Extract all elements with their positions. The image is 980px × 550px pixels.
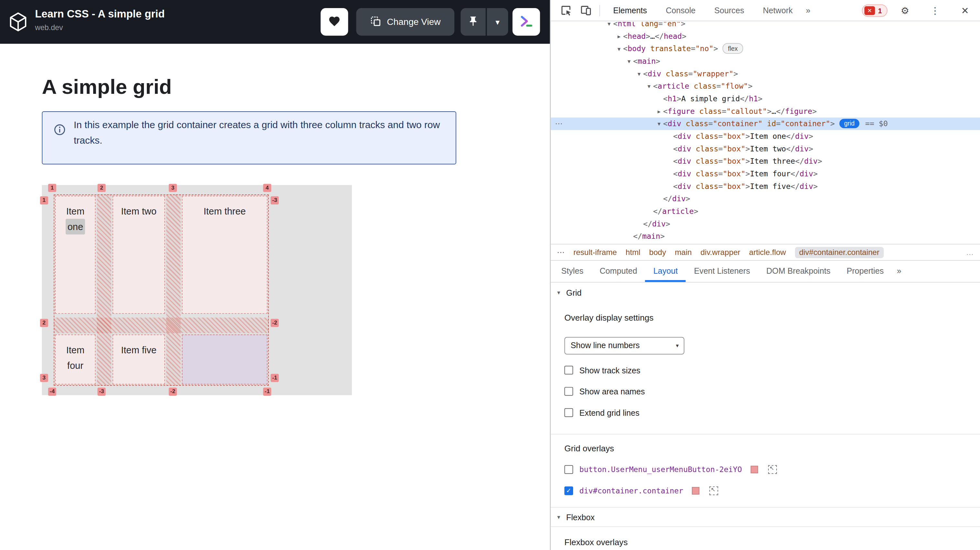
dom-tree: ▼<html lang="en">▶<head>…</head>▼<body t…: [550, 22, 980, 244]
dom-tree-row[interactable]: ▶<figure class="callout">…</figure>: [550, 105, 980, 118]
tree-expander-icon[interactable]: ▼: [635, 68, 643, 81]
dom-tree-row[interactable]: ▼<main>: [550, 55, 980, 68]
layout-pane: ▼ Grid Overlay display settings Show lin…: [550, 283, 980, 550]
grid-item-three: Item three: [182, 196, 267, 314]
grid-overlays-label: Grid overlays: [565, 444, 971, 453]
line-numbers-select[interactable]: Show line numbers ▾: [565, 337, 684, 355]
setting-show-track-sizes[interactable]: Show track sizes: [565, 364, 971, 376]
more-sidebar-tabs-icon[interactable]: »: [892, 261, 906, 282]
breadcrumb-item[interactable]: main: [675, 248, 692, 257]
sidebar-tab-properties[interactable]: Properties: [838, 261, 892, 282]
close-icon[interactable]: ✕: [957, 3, 972, 18]
dom-tree-row[interactable]: <div class="box">Item one</div>: [550, 130, 980, 143]
devtools-tab-network[interactable]: Network: [754, 0, 802, 21]
like-button[interactable]: [321, 8, 348, 36]
breadcrumb-item[interactable]: body: [649, 248, 666, 257]
dom-tree-row[interactable]: </div>: [550, 193, 980, 205]
breadcrumb-item[interactable]: html: [625, 248, 640, 257]
change-view-label: Change View: [387, 17, 441, 27]
dom-tree-row[interactable]: ▼<div class="wrapper">: [550, 68, 980, 80]
tree-expander-icon[interactable]: ▼: [615, 43, 623, 56]
gear-icon[interactable]: ⚙: [897, 3, 912, 18]
tree-expander-icon[interactable]: ▼: [655, 118, 663, 131]
devtools-tab-sources[interactable]: Sources: [705, 0, 754, 21]
dom-tree-row[interactable]: <div class="box">Item three</div>: [550, 155, 980, 167]
breadcrumb-item[interactable]: article.flow: [749, 248, 786, 257]
overlay-color-swatch[interactable]: [692, 487, 699, 494]
breadcrumb-item[interactable]: div.wrapper: [700, 248, 740, 257]
grid-item-five: Item five: [113, 335, 165, 385]
grid-overlay-row[interactable]: ✓div#container.container↖: [565, 485, 971, 497]
dom-tree-row[interactable]: <h1>A simple grid</h1>: [550, 92, 980, 105]
triangle-down-icon: ▼: [556, 290, 561, 295]
select-value: Show line numbers: [571, 341, 640, 350]
grid-gap-hatch: [97, 194, 111, 386]
checkbox[interactable]: ✓: [565, 486, 573, 495]
tree-expander-icon[interactable]: ▶: [615, 31, 623, 43]
more-panels-icon[interactable]: »: [802, 5, 814, 15]
dom-tree-row[interactable]: ▼<body translate="no">flex: [550, 42, 980, 55]
tree-expander-icon[interactable]: ▶: [655, 106, 663, 118]
checkbox[interactable]: [565, 465, 573, 474]
breadcrumb-item[interactable]: div#container.container: [795, 247, 884, 258]
tree-expander-icon[interactable]: ▼: [625, 56, 633, 68]
device-toolbar-icon[interactable]: [578, 3, 593, 18]
grid-line-number: -3: [97, 387, 105, 396]
grid-empty-cell: [182, 335, 267, 385]
dom-tree-row[interactable]: <div class="box">Item four</div>: [550, 167, 980, 180]
dom-tree-row[interactable]: </div>: [550, 217, 980, 230]
grid-line-number: 4: [263, 184, 271, 192]
flexbox-section-header[interactable]: ▼ Flexbox: [550, 508, 980, 526]
heart-icon: [328, 14, 341, 29]
pin-button[interactable]: [461, 8, 485, 36]
dom-tree-row[interactable]: ⋯▼<div class="container" id="container">…: [550, 118, 980, 130]
checkbox[interactable]: [565, 408, 573, 417]
grid-overlay-row[interactable]: button.UserMenu_userMenuButton-2eiYO↖: [565, 463, 971, 476]
dom-tree-row[interactable]: </main>: [550, 230, 980, 243]
inspect-icon[interactable]: [558, 3, 573, 18]
setting-extend-grid-lines[interactable]: Extend grid lines: [565, 407, 971, 419]
devtools-tab-elements[interactable]: Elements: [604, 0, 657, 21]
change-view-button[interactable]: Change View: [356, 8, 454, 36]
breadcrumb-overflow-icon[interactable]: ⋯: [557, 247, 565, 257]
chevron-down-icon: ▾: [495, 17, 500, 27]
setting-show-area-names[interactable]: Show area names: [565, 385, 971, 398]
kebab-menu-icon[interactable]: ⋮: [928, 3, 942, 18]
sidebar-tab-event-listeners[interactable]: Event Listeners: [686, 261, 758, 282]
checkbox[interactable]: [565, 365, 573, 374]
devtools-toolbar: ElementsConsoleSourcesNetwork » ✕ 1 ⚙ ⋮ …: [550, 0, 980, 21]
pin-dropdown-button[interactable]: ▾: [487, 8, 508, 36]
dom-tree-row[interactable]: </article>: [550, 205, 980, 218]
devtools-tab-console[interactable]: Console: [656, 0, 705, 21]
show-element-icon[interactable]: ↖: [768, 465, 777, 474]
tree-expander-icon[interactable]: ▼: [605, 22, 613, 31]
grid-line-number: -3: [271, 196, 279, 204]
sidebar-tab-dom-breakpoints[interactable]: DOM Breakpoints: [758, 261, 838, 282]
tree-expander-icon[interactable]: ▼: [645, 81, 653, 93]
breadcrumb-more-icon[interactable]: …: [966, 248, 974, 257]
show-element-icon[interactable]: ↖: [710, 486, 718, 495]
sidebar-tab-styles[interactable]: Styles: [553, 261, 592, 282]
breadcrumb-item[interactable]: result-iframe: [573, 248, 617, 257]
flex-badge[interactable]: flex: [722, 43, 743, 54]
change-view-icon: [370, 15, 381, 29]
sidebar-tab-computed[interactable]: Computed: [592, 261, 645, 282]
dom-tree-row[interactable]: ▶<head>…</head>: [550, 30, 980, 43]
grid-section-header[interactable]: ▼ Grid: [550, 283, 980, 302]
error-badge[interactable]: ✕ 1: [862, 4, 888, 17]
row-actions-icon[interactable]: ⋯: [555, 118, 563, 130]
dom-tree-row[interactable]: ▼<html lang="en">: [550, 22, 980, 30]
dom-tree-row[interactable]: <div class="box">Item five</div>: [550, 180, 980, 193]
webdev-logo-icon[interactable]: [8, 11, 29, 33]
overlay-color-swatch[interactable]: [751, 466, 758, 473]
devtools-panel: ElementsConsoleSourcesNetwork » ✕ 1 ⚙ ⋮ …: [550, 0, 980, 550]
dom-tree-row[interactable]: <div class="box">Item two</div>: [550, 143, 980, 155]
grid-section-label: Grid: [566, 288, 582, 297]
grid-badge[interactable]: grid: [839, 119, 860, 128]
divider: [550, 434, 980, 435]
checkbox[interactable]: [565, 387, 573, 396]
code-prompt-button[interactable]: [513, 8, 540, 36]
breadcrumb: ⋯result-iframehtmlbodymaindiv.wrapperart…: [550, 244, 980, 261]
dom-tree-row[interactable]: ▼<article class="flow">: [550, 80, 980, 92]
sidebar-tab-layout[interactable]: Layout: [645, 261, 686, 282]
